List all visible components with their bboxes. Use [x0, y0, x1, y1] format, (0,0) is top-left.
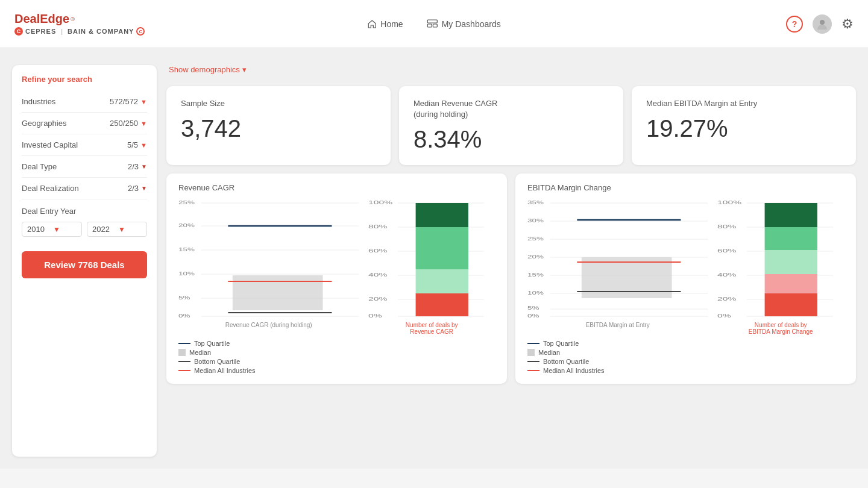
- charts-row: Revenue CAGR 25% 20% 15% 10% 5% 0%: [166, 174, 856, 384]
- ebitda-left-chart: 35% 30% 25% 20% 15% 10% 5% 0%: [527, 198, 708, 328]
- review-deals-button[interactable]: Review 7768 Deals: [22, 251, 147, 278]
- deal-entry-year-label: Deal Entry Year: [22, 207, 147, 216]
- legend-median-all-icon: [178, 370, 190, 371]
- filter-geographies[interactable]: Geographies 250/250 ▼: [22, 113, 147, 134]
- svg-rect-34: [416, 269, 468, 293]
- svg-text:100%: 100%: [717, 199, 741, 206]
- svg-text:10%: 10%: [527, 290, 544, 296]
- chevron-down-icon: ▼: [140, 142, 147, 149]
- stat-ebitda-margin: Median EBITDA Margin at Entry 19.27%: [632, 86, 856, 165]
- svg-rect-71: [765, 274, 817, 293]
- legend-median-icon: [178, 349, 186, 356]
- svg-text:5%: 5%: [527, 305, 539, 311]
- svg-text:10%: 10%: [178, 271, 195, 277]
- header-right: ? ⚙: [786, 14, 854, 34]
- main-nav: Home My Dashboards: [367, 19, 500, 29]
- filter-deal-realization[interactable]: Deal Realization 2/3 ▼: [22, 178, 147, 199]
- svg-rect-32: [416, 203, 468, 227]
- stat-title: Median EBITDA Margin at Entry: [646, 98, 841, 109]
- dealedge-logo: DealEdge: [14, 12, 69, 26]
- svg-text:15%: 15%: [178, 247, 195, 252]
- legend-bottom-quartile-icon: [527, 361, 539, 362]
- svg-point-3: [820, 20, 825, 25]
- settings-icon[interactable]: ⚙: [841, 16, 854, 32]
- year-selectors: 2010 ▼ 2022 ▼: [22, 222, 147, 237]
- left-chart-label: Revenue CAGR (during holding): [178, 322, 359, 328]
- revenue-cagr-chart: Revenue CAGR 25% 20% 15% 10% 5% 0%: [166, 174, 507, 384]
- legend-top-quartile-icon: [178, 343, 190, 344]
- svg-text:20%: 20%: [368, 296, 387, 302]
- to-year-select[interactable]: 2022 ▼: [87, 222, 147, 237]
- chevron-down-icon: ▾: [242, 65, 247, 74]
- chart-legend: Top Quartile Median Bottom Quartile Medi…: [527, 340, 844, 374]
- content-area: Show demographics ▾ Sample Size 3,742 Me…: [166, 65, 856, 457]
- nav-my-dashboards[interactable]: My Dashboards: [427, 19, 501, 29]
- svg-text:35%: 35%: [527, 200, 544, 205]
- svg-rect-70: [765, 250, 817, 274]
- stats-row: Sample Size 3,742 Median Revenue CAGR(du…: [166, 86, 856, 165]
- svg-text:60%: 60%: [717, 248, 736, 254]
- legend-median-icon: [527, 349, 535, 356]
- stat-value: 3,742: [181, 115, 376, 142]
- main-content: Refine your search Industries 572/572 ▼ …: [0, 53, 868, 469]
- svg-rect-0: [428, 20, 438, 23]
- svg-rect-16: [233, 275, 323, 310]
- filter-industries[interactable]: Industries 572/572 ▼: [22, 91, 147, 113]
- demographics-bar: Show demographics ▾: [166, 65, 856, 78]
- chevron-down-icon: ▼: [53, 225, 77, 234]
- svg-text:80%: 80%: [368, 224, 387, 230]
- revenue-cagr-left-chart: 25% 20% 15% 10% 5% 0%: [178, 198, 359, 328]
- stat-revenue-cagr: Median Revenue CAGR(during holding) 8.34…: [399, 86, 623, 165]
- help-icon[interactable]: ?: [786, 16, 803, 33]
- svg-text:20%: 20%: [178, 223, 195, 228]
- svg-text:80%: 80%: [717, 224, 736, 230]
- legend-median-all-icon: [527, 370, 539, 371]
- svg-rect-69: [765, 227, 817, 250]
- svg-text:20%: 20%: [717, 296, 736, 302]
- chevron-down-icon: ▼: [140, 98, 147, 105]
- svg-text:30%: 30%: [527, 218, 544, 224]
- revenue-cagr-right-chart: 100% 80% 60% 40% 20% 0%: [368, 198, 495, 335]
- header-spacer: [0, 48, 868, 53]
- deal-entry-year-section: Deal Entry Year 2010 ▼ 2022 ▼: [22, 207, 147, 237]
- right-chart-label: Number of deals byEBITDA Margin Change: [717, 322, 844, 335]
- svg-text:20%: 20%: [527, 254, 544, 260]
- svg-text:25%: 25%: [178, 200, 195, 205]
- nav-home[interactable]: Home: [367, 19, 403, 29]
- from-year-select[interactable]: 2010 ▼: [22, 222, 82, 237]
- header: DealEdge ® C CEPRES | BAIN & COMPANY C H…: [0, 0, 868, 48]
- show-demographics-toggle[interactable]: Show demographics ▾: [169, 65, 854, 74]
- svg-text:0%: 0%: [527, 313, 539, 319]
- filter-deal-type[interactable]: Deal Type 2/3 ▼: [22, 156, 147, 178]
- svg-text:0%: 0%: [368, 313, 382, 319]
- svg-rect-33: [416, 227, 468, 269]
- chevron-down-icon: ▼: [118, 225, 142, 234]
- svg-text:0%: 0%: [717, 313, 731, 319]
- svg-text:40%: 40%: [368, 272, 387, 278]
- filter-icon: ▼: [141, 163, 147, 170]
- chart-title: Revenue CAGR: [178, 183, 495, 192]
- cepres-c-icon: C: [14, 27, 23, 36]
- chart-legend: Top Quartile Median Bottom Quartile Medi…: [178, 340, 495, 374]
- svg-text:100%: 100%: [368, 199, 392, 206]
- stat-sample-size: Sample Size 3,742: [166, 86, 391, 165]
- avatar[interactable]: [813, 14, 832, 34]
- home-icon: [367, 19, 377, 29]
- svg-text:5%: 5%: [178, 295, 190, 301]
- ebitda-margin-chart: EBITDA Margin Change 35% 30% 25% 20% 15%…: [515, 174, 856, 384]
- svg-text:25%: 25%: [527, 236, 544, 242]
- left-chart-label: EBITDA Margin at Entry: [527, 322, 708, 328]
- chart-title: EBITDA Margin Change: [527, 183, 844, 192]
- svg-text:60%: 60%: [368, 248, 387, 254]
- logo: DealEdge ® C CEPRES | BAIN & COMPANY C: [14, 12, 145, 36]
- bain-label: BAIN & COMPANY: [68, 28, 134, 35]
- svg-rect-72: [765, 293, 817, 316]
- cepres-label: CEPRES: [25, 28, 56, 35]
- svg-rect-68: [765, 203, 817, 227]
- bain-circle-icon: C: [136, 27, 145, 36]
- stat-title: Median Revenue CAGR(during holding): [414, 98, 609, 120]
- svg-rect-35: [416, 293, 468, 316]
- logo-separator: |: [61, 28, 63, 35]
- filter-invested-capital[interactable]: Invested Capital 5/5 ▼: [22, 134, 147, 156]
- refine-title: Refine your search: [22, 75, 147, 84]
